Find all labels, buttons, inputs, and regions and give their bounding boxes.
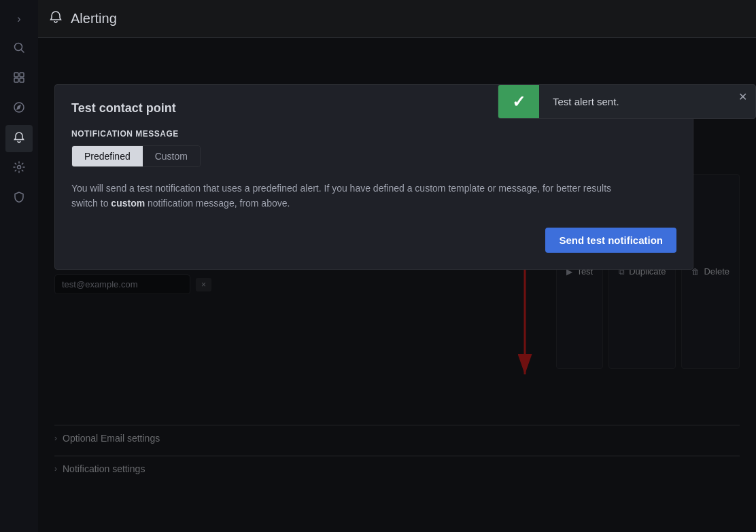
sidebar-item-admin[interactable] — [5, 185, 33, 212]
toast-content: Test alert sent. — [539, 85, 730, 118]
description-part2: notification message, from above. — [145, 198, 290, 209]
svg-point-0 — [15, 43, 22, 51]
sidebar-item-alerting[interactable] — [5, 125, 33, 152]
tab-predefined[interactable]: Predefined — [72, 146, 143, 166]
dialog-footer: Send test notification — [71, 228, 676, 253]
search-icon — [13, 41, 25, 56]
svg-rect-3 — [20, 73, 24, 77]
page-title: Alerting — [71, 11, 117, 26]
toast-notification: ✓ Test alert sent. ✕ — [498, 84, 756, 119]
dialog-description: You will send a test notification that u… — [71, 181, 629, 211]
svg-marker-7 — [16, 105, 21, 110]
toast-message: Test alert sent. — [553, 96, 619, 107]
svg-point-8 — [18, 166, 21, 169]
svg-rect-4 — [14, 78, 18, 82]
sidebar: › — [0, 0, 38, 532]
dashboard-icon — [13, 71, 25, 86]
chevron-right-icon: › — [17, 13, 20, 25]
toast-close-button[interactable]: ✕ — [730, 85, 755, 118]
close-icon: ✕ — [738, 90, 747, 103]
shield-icon — [13, 191, 25, 206]
sidebar-item-dashboards[interactable] — [5, 65, 33, 92]
sidebar-item-search[interactable] — [5, 35, 33, 63]
notification-message-label: Notification message — [71, 129, 676, 139]
sidebar-item-config[interactable] — [5, 155, 33, 182]
tab-custom[interactable]: Custom — [143, 146, 200, 166]
svg-rect-2 — [14, 73, 18, 77]
sidebar-item-explore[interactable] — [5, 95, 33, 122]
bell-icon — [13, 131, 25, 146]
compass-icon — [13, 101, 25, 116]
sidebar-item-collapse[interactable]: › — [5, 5, 33, 33]
svg-line-1 — [22, 50, 24, 53]
send-test-notification-button[interactable]: Send test notification — [545, 228, 676, 253]
svg-rect-5 — [20, 78, 24, 82]
checkmark-icon: ✓ — [512, 92, 526, 111]
message-type-tabs: Predefined Custom — [71, 145, 201, 167]
top-header: Alerting — [38, 0, 756, 38]
toast-success-icon-area: ✓ — [498, 85, 539, 118]
main-content: ▶ Test ⧉ Duplicate 🗑 Delete Contact poin… — [38, 38, 756, 532]
description-bold: custom — [111, 198, 145, 209]
gear-icon — [13, 161, 25, 176]
alerting-bell-icon — [49, 10, 63, 27]
